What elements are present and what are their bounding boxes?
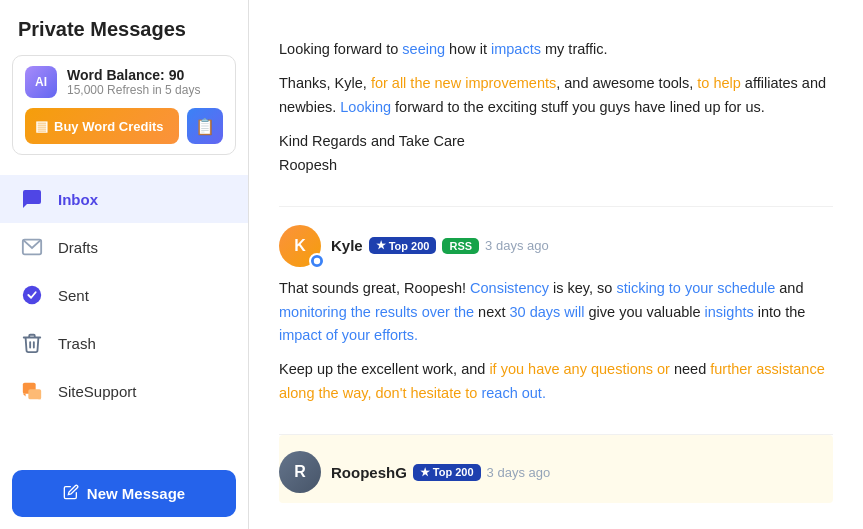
msg1-para2: Thanks, Kyle, for all the new improvemen…: [279, 72, 833, 120]
sitesupport-label: SiteSupport: [58, 383, 136, 400]
sidebar: Private Messages AI Word Balance: 90 15,…: [0, 0, 249, 529]
badge-star-icon: ★: [376, 239, 386, 252]
kyle-top200-badge: ★ Top 200: [369, 237, 437, 254]
highlight-impacts: impacts: [491, 41, 541, 57]
word-balance-label: Word Balance: 90: [67, 67, 200, 83]
word-balance-info: Word Balance: 90 15,000 Refresh in 5 day…: [67, 67, 200, 97]
kyle-message-header: K Kyle ★ Top 200 RSS 3 days ago: [279, 225, 833, 267]
hl-30days: 30 days will: [510, 304, 585, 320]
roopeshg-message-header: R RoopeshG ★ Top 200 3 days ago: [279, 451, 833, 493]
hl-impact: impact of your efforts.: [279, 327, 418, 343]
badge-top200-label: Top 200: [389, 240, 430, 252]
sidebar-nav: Inbox Drafts Sent: [0, 167, 248, 458]
buy-credits-button[interactable]: ▤ Buy Word Credits: [25, 108, 179, 144]
svg-point-4: [314, 257, 320, 263]
doc-button[interactable]: 📋: [187, 108, 223, 144]
message-text-1: Looking forward to seeing how it impacts…: [279, 38, 833, 178]
sidebar-title: Private Messages: [0, 0, 248, 55]
hl-monitoring: monitoring the results over the: [279, 304, 474, 320]
hl-if-you-have: if you have any questions or: [489, 361, 670, 377]
msg1-para1: Looking forward to seeing how it impacts…: [279, 38, 833, 62]
badge-top200-label2: Top 200: [433, 466, 474, 478]
kyle-meta: Kyle ★ Top 200 RSS 3 days ago: [331, 237, 549, 254]
highlight-to-help: to help: [697, 75, 741, 91]
drafts-label: Drafts: [58, 239, 98, 256]
text-static: forward to the exciting stuff you guys h…: [391, 99, 765, 115]
ai-badge: AI: [25, 66, 57, 98]
sidebar-item-inbox[interactable]: Inbox: [0, 175, 248, 223]
sitesupport-icon: [18, 377, 46, 405]
word-balance-top: AI Word Balance: 90 15,000 Refresh in 5 …: [25, 66, 223, 98]
message-block-1: Looking forward to seeing how it impacts…: [279, 20, 833, 207]
text-static: Looking forward to: [279, 41, 402, 57]
text-static: Thanks, Kyle,: [279, 75, 371, 91]
badge-star-icon2: ★: [420, 466, 430, 479]
new-message-icon: [63, 484, 79, 503]
kyle-sender-name: Kyle: [331, 237, 363, 254]
main-content: Looking forward to seeing how it impacts…: [249, 0, 863, 529]
new-message-label: New Message: [87, 485, 185, 502]
highlight-for: for all the new improvements: [371, 75, 556, 91]
sent-label: Sent: [58, 287, 89, 304]
roopeshg-meta: RoopeshG ★ Top 200 3 days ago: [331, 464, 550, 481]
sent-icon: [18, 281, 46, 309]
svg-point-1: [23, 286, 41, 304]
word-balance-refresh: 15,000 Refresh in 5 days: [67, 83, 200, 97]
text-static: , and awesome tools,: [556, 75, 697, 91]
sidebar-item-trash[interactable]: Trash: [0, 319, 248, 367]
trash-label: Trash: [58, 335, 96, 352]
hl-consistency: Consistency: [470, 280, 549, 296]
trash-icon: [18, 329, 46, 357]
inbox-icon: [18, 185, 46, 213]
roopeshg-timestamp: 3 days ago: [487, 465, 551, 480]
text-static: my traffic.: [541, 41, 608, 57]
roopeshg-sender-name: RoopeshG: [331, 464, 407, 481]
kyle-timestamp: 3 days ago: [485, 238, 549, 253]
kyle-message-text: That sounds great, Roopesh! Consistency …: [279, 277, 833, 407]
sidebar-item-sent[interactable]: Sent: [0, 271, 248, 319]
inbox-label: Inbox: [58, 191, 98, 208]
kyle-avatar: K: [279, 225, 321, 267]
highlight-looking: Looking: [340, 99, 391, 115]
message-block-roopeshg: R RoopeshG ★ Top 200 3 days ago: [279, 435, 833, 503]
kyle-para1: That sounds great, Roopesh! Consistency …: [279, 277, 833, 349]
hl-insights: insights: [705, 304, 754, 320]
kyle-rss-badge: RSS: [442, 238, 479, 254]
doc-icon: 📋: [195, 117, 215, 136]
kyle-para2: Keep up the excellent work, and if you h…: [279, 358, 833, 406]
text-static: how it: [445, 41, 491, 57]
credits-icon: ▤: [35, 118, 48, 134]
roopeshg-avatar-img: R: [279, 451, 321, 493]
highlight-seeing: seeing: [402, 41, 445, 57]
new-message-button[interactable]: New Message: [12, 470, 236, 517]
word-balance-buttons: ▤ Buy Word Credits 📋: [25, 108, 223, 144]
buy-credits-label: Buy Word Credits: [54, 119, 164, 134]
word-balance-card: AI Word Balance: 90 15,000 Refresh in 5 …: [12, 55, 236, 155]
hl-reach-out: reach out.: [481, 385, 546, 401]
msg1-para3: Kind Regards and Take CareRoopesh: [279, 130, 833, 178]
roopeshg-avatar: R: [279, 451, 321, 493]
sidebar-item-sitesupport[interactable]: SiteSupport: [0, 367, 248, 415]
roopeshg-top200-badge: ★ Top 200: [413, 464, 481, 481]
drafts-icon: [18, 233, 46, 261]
message-block-kyle: K Kyle ★ Top 200 RSS 3 days ago That sou…: [279, 207, 833, 436]
sidebar-item-drafts[interactable]: Drafts: [0, 223, 248, 271]
hl-sticking: sticking to your schedule: [616, 280, 775, 296]
kyle-avatar-badge: [309, 253, 325, 269]
